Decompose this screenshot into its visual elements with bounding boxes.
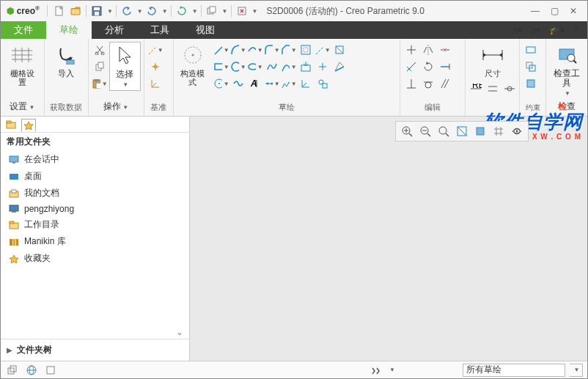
tab-sketch[interactable]: 草绘 [46, 21, 92, 39]
text-icon[interactable]: A [247, 76, 263, 92]
search-icon[interactable]: ρ▾ [531, 25, 540, 35]
construction-mode-button[interactable]: 构造模式 [177, 42, 209, 88]
copy-icon[interactable] [92, 59, 108, 75]
sidebar-item-session[interactable]: 在会话中 [5, 151, 185, 168]
close-window-icon[interactable] [235, 4, 249, 18]
setup-dropdown-icon[interactable]: ▼ [29, 104, 34, 111]
tab-file[interactable]: 文件 [1, 21, 46, 39]
undo-icon[interactable] [120, 4, 134, 18]
palette-icon[interactable] [315, 76, 331, 92]
arc3pt-icon[interactable]: ▼ [247, 42, 263, 58]
filter-dropdown-icon[interactable]: ▼ [570, 364, 583, 377]
undo-dropdown-icon[interactable]: ▼ [137, 8, 143, 15]
chamfer-icon[interactable]: ▼ [281, 42, 297, 58]
sidebar-item-manikin[interactable]: Manikin 库 [5, 233, 185, 250]
status-box-icon[interactable] [43, 364, 58, 377]
feature-req-icon[interactable] [523, 42, 539, 58]
offset-icon[interactable] [298, 42, 314, 58]
line-icon[interactable]: ▼ [213, 42, 229, 58]
mirror-icon[interactable] [420, 42, 436, 58]
overlap-icon[interactable] [523, 59, 539, 75]
qat-customize-icon[interactable]: ▼ [252, 8, 258, 15]
regen-icon[interactable] [174, 4, 189, 18]
ops-dropdown-icon[interactable]: ▼ [122, 104, 128, 111]
tab-tools[interactable]: 工具 [137, 21, 183, 39]
import-button[interactable]: 导入 [50, 42, 82, 79]
status-web-icon[interactable] [24, 364, 39, 377]
cut-icon[interactable] [92, 42, 108, 58]
redo-dropdown-icon[interactable]: ▼ [162, 8, 168, 15]
extend-icon[interactable] [437, 59, 453, 75]
datum-point-icon[interactable] [147, 59, 163, 75]
corner-icon[interactable] [403, 59, 419, 75]
perpendicular-icon[interactable] [403, 76, 419, 92]
save-dropdown-icon[interactable]: ▼ [107, 8, 113, 15]
sidebar-folder-tree[interactable]: ▶ 文件夹树 [1, 339, 189, 361]
open-icon[interactable] [68, 4, 83, 18]
conic-icon[interactable]: ▼ [281, 59, 297, 75]
centerline2-icon[interactable]: ▼ [315, 42, 331, 58]
ellipse-icon[interactable]: ▼ [247, 59, 263, 75]
sidebar-collapse-icon[interactable]: ⌄ [1, 325, 189, 339]
new-icon[interactable] [52, 4, 67, 18]
delete-seg-icon[interactable] [437, 42, 453, 58]
trim-icon[interactable] [403, 42, 419, 58]
select-button[interactable]: 选择▼ [109, 42, 141, 91]
repaint-icon[interactable] [454, 123, 470, 139]
find-dropdown-icon[interactable]: ▼ [389, 367, 395, 373]
sidebar-item-documents[interactable]: 我的文档 [5, 185, 185, 202]
csys-icon[interactable] [298, 76, 314, 92]
tab-analysis[interactable]: 分析 [92, 21, 137, 39]
regen-dropdown-icon[interactable]: ▼ [192, 8, 198, 15]
centerline-icon[interactable]: ▼ [147, 42, 163, 58]
zoom-out-icon[interactable] [417, 123, 433, 139]
circle2-icon[interactable]: ▼ [213, 76, 229, 92]
windows-icon[interactable] [205, 4, 219, 18]
learn-icon[interactable]: 🎓▾ [549, 25, 565, 35]
sidebar-item-desktop[interactable]: 桌面 [5, 168, 185, 185]
slot-icon[interactable] [331, 59, 348, 75]
spline2-icon[interactable] [230, 76, 246, 92]
sidebar-tab-folders-icon[interactable] [4, 118, 18, 131]
rotate-icon[interactable] [420, 59, 436, 75]
inspect-button[interactable]: 检查工具▼ [551, 42, 583, 99]
fillet-icon[interactable]: ▼ [264, 42, 280, 58]
arc-icon[interactable]: ▼ [230, 42, 246, 58]
tangent-icon[interactable] [420, 76, 436, 92]
sidebar-item-user[interactable]: pengzhiyong [5, 202, 185, 216]
coord-sys-icon[interactable] [147, 76, 163, 92]
ref-dim-icon[interactable]: REF [468, 81, 484, 97]
close-icon[interactable]: ✕ [568, 6, 578, 16]
maximize-icon[interactable]: ▢ [549, 6, 559, 16]
graphics-area[interactable]: 软件自学网 W W W . R J Z X W . C O M [190, 117, 587, 361]
zoom-in-icon[interactable] [399, 123, 415, 139]
sidebar-tab-fav-icon[interactable] [21, 119, 36, 132]
thicken-icon[interactable] [331, 42, 348, 58]
project-icon[interactable] [298, 59, 314, 75]
break-icon[interactable]: ▼ [281, 76, 297, 92]
dimension-button[interactable]: 尺寸 [477, 42, 509, 79]
selection-filter[interactable]: 所有草绘 [463, 364, 565, 377]
redo-icon[interactable] [144, 4, 159, 18]
circle-icon[interactable]: ▼ [230, 59, 246, 75]
point-icon[interactable] [315, 59, 331, 75]
sidebar-item-favorites[interactable]: 收藏夹 [5, 250, 185, 267]
minimize-icon[interactable]: ― [530, 6, 540, 16]
display-style-icon[interactable] [472, 123, 488, 139]
status-model-icon[interactable] [5, 364, 20, 377]
sidebar-item-workdir[interactable]: 工作目录 [5, 216, 185, 233]
grid-display-icon[interactable] [490, 123, 507, 139]
find-icon[interactable] [369, 364, 383, 377]
spline-icon[interactable] [264, 59, 280, 75]
paste-icon[interactable]: ▼ [92, 76, 108, 92]
divide-icon[interactable]: ▼ [264, 76, 280, 92]
baseline-dim-icon[interactable] [485, 81, 501, 97]
windows-dropdown-icon[interactable]: ▼ [222, 8, 228, 15]
grid-settings-button[interactable]: 栅格设置 [6, 42, 38, 88]
parallel-icon[interactable] [437, 76, 453, 92]
help-icon[interactable]: ? [573, 25, 578, 35]
tab-view[interactable]: 视图 [183, 21, 228, 39]
rectangle-icon[interactable]: ▼ [213, 59, 229, 75]
zoom-fit-icon[interactable] [436, 123, 452, 139]
vis-dim-icon[interactable] [509, 123, 525, 139]
